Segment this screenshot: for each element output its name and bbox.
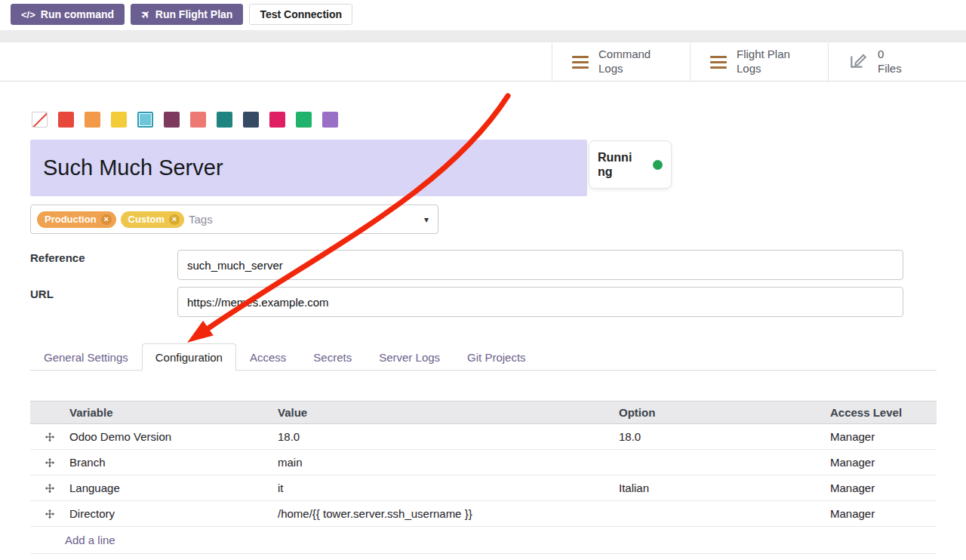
reference-label: Reference <box>30 251 85 264</box>
color-swatch-11[interactable] <box>322 112 338 128</box>
cell-value: main <box>278 456 619 469</box>
command-logs-button[interactable]: Command Logs <box>552 43 690 81</box>
edit-icon <box>848 51 868 73</box>
run-command-button[interactable]: </> Run command <box>11 4 125 25</box>
color-swatch-7[interactable] <box>217 112 232 128</box>
reference-input[interactable] <box>177 250 903 280</box>
cell-option: Italian <box>619 482 830 494</box>
header-cell: Value <box>278 406 619 419</box>
color-palette <box>32 112 338 128</box>
flight-plan-logs-label: Flight Plan Logs <box>737 48 790 76</box>
color-swatch-3[interactable] <box>111 112 127 128</box>
remove-tag-icon[interactable]: × <box>169 214 180 225</box>
drag-handle-icon[interactable] <box>30 457 69 468</box>
header-cell: Access Level <box>830 406 937 419</box>
table-row[interactable]: Directory/home/{{ tower.server.ssh_usern… <box>30 501 937 527</box>
status-card: Running <box>589 140 672 189</box>
cell-access_level: Manager <box>830 507 937 520</box>
config-table: VariableValueOptionAccess Level Odoo Dem… <box>30 401 937 554</box>
color-swatch-2[interactable] <box>85 112 100 128</box>
cell-variable: Language <box>69 482 278 494</box>
list-icon <box>572 56 589 69</box>
cell-access_level: Manager <box>830 456 937 469</box>
run-command-label: Run command <box>41 9 114 20</box>
tags-list: Production×Custom× <box>37 211 184 228</box>
tab-secrets[interactable]: Secrets <box>300 343 365 371</box>
table-header: VariableValueOptionAccess Level <box>30 401 937 424</box>
status-label: Running <box>598 150 637 179</box>
table-body: Odoo Demo Version18.018.0ManagerBranchma… <box>30 424 937 527</box>
cell-access_level: Manager <box>830 482 937 494</box>
tab-access[interactable]: Access <box>236 343 300 371</box>
flight-plan-logs-button[interactable]: Flight Plan Logs <box>690 43 828 81</box>
flight-plan-logs-line1: Flight Plan <box>737 48 790 62</box>
server-name-field[interactable]: Such Much Server <box>30 140 587 196</box>
color-swatch-0[interactable] <box>32 112 48 128</box>
tab-general-settings[interactable]: General Settings <box>30 343 142 371</box>
cell-variable: Odoo Demo Version <box>69 430 278 443</box>
list-icon <box>710 56 727 69</box>
url-input[interactable] <box>177 287 903 317</box>
cell-option: 18.0 <box>619 430 830 443</box>
drag-handle-icon[interactable] <box>30 509 69 519</box>
table-row[interactable]: LanguageitItalianManager <box>30 475 937 501</box>
color-swatch-9[interactable] <box>269 112 285 128</box>
color-swatch-6[interactable] <box>190 112 206 128</box>
smart-button-bar: Command Logs Flight Plan Logs 0 Files <box>0 43 966 82</box>
run-flight-plan-label: Run Flight Plan <box>155 9 233 20</box>
url-label: URL <box>30 288 54 300</box>
files-label: 0 Files <box>878 48 902 76</box>
header-cell: Variable <box>69 406 278 419</box>
flight-plan-logs-line2: Logs <box>737 62 790 76</box>
status-dot-icon <box>653 160 663 170</box>
tab-server-logs[interactable]: Server Logs <box>365 343 454 371</box>
add-line-link[interactable]: Add a line <box>30 527 937 554</box>
test-connection-button[interactable]: Test Connection <box>249 4 352 25</box>
cell-variable: Branch <box>69 456 278 469</box>
chevron-down-icon[interactable]: ▾ <box>424 214 429 225</box>
tab-configuration[interactable]: Configuration <box>142 343 236 371</box>
divider-strip <box>0 30 966 42</box>
cell-variable: Directory <box>69 507 278 520</box>
run-flight-plan-button[interactable]: ✈ Run Flight Plan <box>131 4 243 25</box>
files-text: Files <box>878 62 902 76</box>
tag-label: Production <box>45 214 97 225</box>
paper-plane-icon: ✈ <box>139 8 152 21</box>
command-logs-label: Command Logs <box>598 48 651 76</box>
cell-value: it <box>278 482 619 494</box>
drag-handle-icon[interactable] <box>30 483 69 494</box>
tag-label: Custom <box>128 214 165 225</box>
cell-value: 18.0 <box>278 430 619 443</box>
color-swatch-5[interactable] <box>164 112 180 128</box>
table-row[interactable]: Odoo Demo Version18.018.0Manager <box>30 424 937 450</box>
test-connection-label: Test Connection <box>260 9 342 20</box>
color-swatch-8[interactable] <box>243 112 259 128</box>
tag-pill[interactable]: Custom× <box>121 211 184 228</box>
table-row[interactable]: BranchmainManager <box>30 450 937 475</box>
toolbar: </> Run command ✈ Run Flight Plan Test C… <box>11 4 352 25</box>
tabs: General SettingsConfigurationAccessSecre… <box>30 343 540 371</box>
drag-handle-icon[interactable] <box>30 432 69 442</box>
tag-pill[interactable]: Production× <box>37 211 116 228</box>
remove-tag-icon[interactable]: × <box>101 214 112 225</box>
color-swatch-10[interactable] <box>296 112 312 128</box>
command-logs-line1: Command <box>598 48 651 62</box>
files-button[interactable]: 0 Files <box>828 43 966 81</box>
color-swatch-1[interactable] <box>58 112 74 128</box>
command-logs-line2: Logs <box>598 62 651 76</box>
code-icon: </> <box>21 10 35 20</box>
header-cell: Option <box>619 406 830 419</box>
cell-access_level: Manager <box>830 430 937 443</box>
tab-git-projects[interactable]: Git Projects <box>454 343 540 371</box>
color-swatch-4[interactable] <box>137 112 153 128</box>
tags-select[interactable]: Production×Custom× Tags ▾ <box>30 205 438 234</box>
tags-placeholder: Tags <box>189 213 213 226</box>
cell-value: /home/{{ tower.server.ssh_username }} <box>278 507 619 520</box>
files-count: 0 <box>878 48 902 62</box>
